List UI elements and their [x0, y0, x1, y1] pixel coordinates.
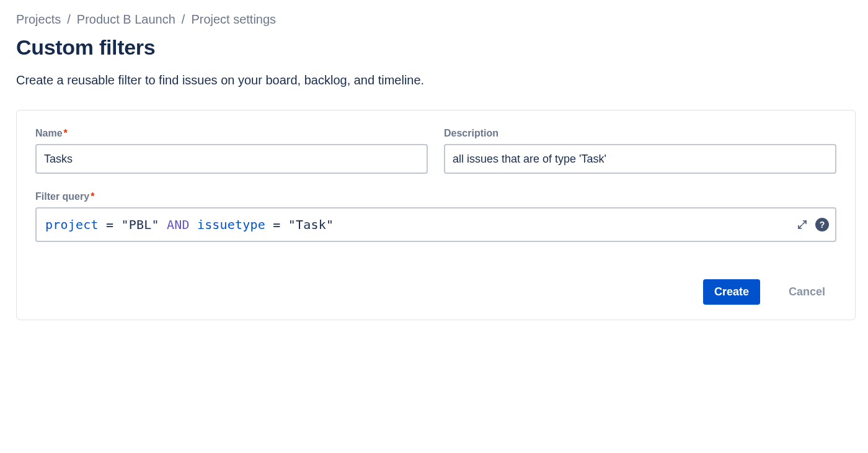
- required-indicator: *: [64, 128, 68, 138]
- filter-query-label: Filter query*: [35, 191, 836, 202]
- breadcrumb-separator: /: [179, 12, 188, 27]
- breadcrumb: Projects / Product B Launch / Project se…: [16, 12, 856, 27]
- name-field: Name*: [35, 128, 428, 174]
- description-field: Description: [444, 128, 836, 174]
- breadcrumb-link-project[interactable]: Product B Launch: [77, 12, 175, 27]
- help-icon[interactable]: ?: [815, 218, 829, 231]
- name-input[interactable]: [35, 144, 428, 174]
- form-footer: Create Cancel: [35, 279, 836, 305]
- filter-query-field: Filter query* project = "PBL" AND issuet…: [35, 191, 836, 242]
- required-indicator: *: [91, 191, 94, 202]
- page-description: Create a reusable filter to find issues …: [16, 73, 856, 87]
- filter-query-input[interactable]: project = "PBL" AND issuetype = "Task" ?: [35, 207, 836, 242]
- breadcrumb-link-projects[interactable]: Projects: [16, 12, 61, 27]
- description-input[interactable]: [444, 144, 836, 174]
- create-button[interactable]: Create: [703, 279, 760, 305]
- expand-icon[interactable]: [795, 218, 809, 231]
- cancel-button[interactable]: Cancel: [777, 279, 836, 305]
- filter-query-text: project = "PBL" AND issuetype = "Task": [45, 217, 334, 232]
- breadcrumb-link-settings[interactable]: Project settings: [191, 12, 276, 27]
- name-label: Name*: [35, 128, 428, 139]
- breadcrumb-separator: /: [64, 12, 73, 27]
- create-filter-card: Name* Description Filter query* project …: [16, 110, 856, 320]
- description-label: Description: [444, 128, 836, 139]
- page-title: Custom filters: [16, 35, 856, 60]
